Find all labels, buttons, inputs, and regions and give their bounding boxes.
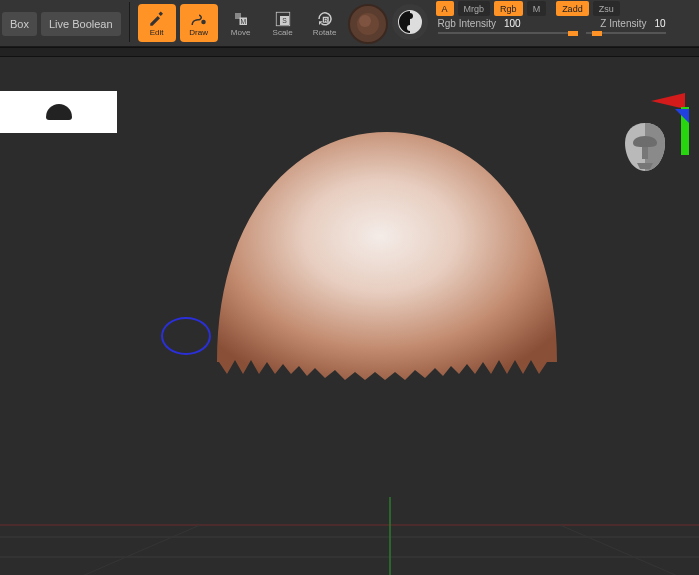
perspective-icon	[397, 9, 423, 35]
svg-rect-17	[642, 147, 648, 159]
edit-button[interactable]: Edit	[138, 4, 176, 42]
rotate-button[interactable]: R Rotate	[306, 4, 344, 42]
subtool-thumbnail[interactable]	[0, 91, 117, 133]
scale-button[interactable]: S Scale	[264, 4, 302, 42]
svg-point-13	[407, 25, 413, 31]
svg-point-12	[407, 13, 413, 19]
svg-point-10	[359, 15, 371, 27]
draw-label: Draw	[189, 28, 208, 37]
box-button[interactable]: Box	[2, 12, 37, 36]
scale-label: Scale	[273, 28, 293, 37]
mode-panel: A Mrgb Rgb M Zadd Zsu Rgb Intensity 100 …	[434, 0, 670, 36]
m-mode-chip[interactable]: M	[527, 1, 547, 16]
a-mode-chip[interactable]: A	[436, 1, 454, 16]
svg-point-0	[201, 19, 206, 24]
svg-text:R: R	[323, 17, 328, 23]
rgb-intensity-slider[interactable]	[438, 32, 578, 34]
draw-button[interactable]: Draw	[180, 4, 218, 42]
viewport[interactable]	[0, 57, 699, 575]
move-label: Move	[231, 28, 251, 37]
floor-grid	[0, 497, 699, 575]
move-icon: M	[232, 10, 250, 28]
brush-cursor	[161, 317, 211, 355]
rgb-mode-chip[interactable]: Rgb	[494, 1, 523, 16]
navigation-gizmo[interactable]	[605, 91, 689, 213]
zadd-mode-chip[interactable]: Zadd	[556, 1, 589, 16]
divider	[129, 2, 130, 42]
rotate-label: Rotate	[313, 28, 337, 37]
svg-line-23	[560, 525, 680, 575]
rgb-intensity-value: 100	[504, 18, 521, 29]
subtool-silhouette-icon	[46, 104, 72, 120]
svg-text:M: M	[240, 17, 246, 24]
rgb-intensity-label: Rgb Intensity	[438, 18, 496, 29]
perspective-button[interactable]	[392, 4, 428, 40]
mrgb-mode-chip[interactable]: Mrgb	[458, 1, 491, 16]
material-sphere-button[interactable]	[348, 4, 388, 44]
edit-label: Edit	[150, 28, 164, 37]
live-boolean-button[interactable]: Live Boolean	[41, 12, 121, 36]
shelf-scroll[interactable]	[0, 47, 699, 57]
scale-icon: S	[274, 10, 292, 28]
svg-marker-14	[651, 93, 685, 109]
zsu-mode-chip[interactable]: Zsu	[593, 1, 620, 16]
material-sphere-icon	[355, 11, 381, 37]
navigation-head-icon	[605, 91, 689, 211]
edit-icon	[148, 10, 166, 28]
z-intensity-value: 10	[654, 18, 665, 29]
svg-line-22	[80, 525, 200, 575]
z-intensity-slider[interactable]	[586, 32, 666, 34]
move-button[interactable]: M Move	[222, 4, 260, 42]
mesh-object[interactable]	[197, 122, 577, 392]
top-toolbar: Box Live Boolean Edit Draw M Move S Scal…	[0, 0, 699, 47]
z-intensity-label: Z Intensity	[600, 18, 646, 29]
draw-icon	[190, 10, 208, 28]
rotate-icon: R	[316, 10, 334, 28]
svg-text:S: S	[282, 16, 287, 23]
